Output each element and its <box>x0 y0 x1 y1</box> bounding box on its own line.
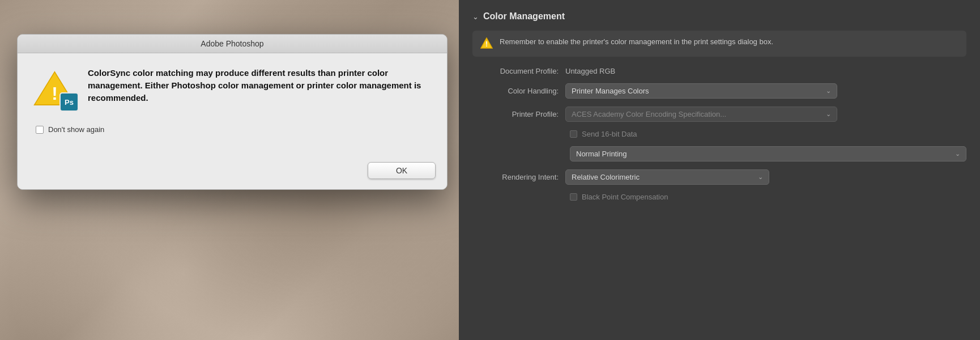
dont-show-label: Don't show again <box>48 125 104 134</box>
dialog-title: Adobe Photoshop <box>201 39 263 48</box>
printer-profile-dropdown-value: ACES Academy Color Encoding Specificatio… <box>572 110 726 118</box>
section-chevron-icon: ⌄ <box>472 12 479 21</box>
svg-text:!: ! <box>485 40 488 48</box>
dialog-content-row: ! Ps ColorSync color matching may produc… <box>33 67 431 112</box>
ps-badge-icon: Ps <box>59 92 79 112</box>
color-handling-dropdown[interactable]: Printer Manages Colors ⌄ <box>565 83 837 99</box>
dialog-footer: OK <box>18 156 447 189</box>
black-point-checkbox[interactable] <box>570 193 577 201</box>
color-handling-label: Color Handling: <box>475 87 565 95</box>
warning-notice: ! Remember to enable the printer's color… <box>472 31 966 57</box>
section-title: Color Management <box>483 11 565 22</box>
normal-printing-chevron-icon: ⌄ <box>955 150 960 158</box>
ok-button[interactable]: OK <box>368 162 436 179</box>
send-16bit-label: Send 16-bit Data <box>582 130 637 138</box>
dont-show-row: Don't show again <box>36 125 431 134</box>
printer-profile-chevron-icon: ⌄ <box>826 110 831 118</box>
color-management-panel: ⌄ Color Management ! Remember to enable … <box>459 0 980 220</box>
black-point-row: Black Point Compensation <box>472 193 966 201</box>
dont-show-checkbox[interactable] <box>36 126 44 134</box>
document-profile-value: Untagged RGB <box>565 67 615 75</box>
photoshop-dialog: Adobe Photoshop ! Ps ColorSync color mat… <box>17 34 448 190</box>
rendering-intent-chevron-icon: ⌄ <box>758 173 763 181</box>
section-header: ⌄ Color Management <box>472 11 966 22</box>
dialog-titlebar: Adobe Photoshop <box>18 35 447 53</box>
dialog-message: ColorSync color matching may produce dif… <box>88 67 431 104</box>
rendering-intent-value: Relative Colorimetric <box>572 173 640 181</box>
color-handling-dropdown-value: Printer Manages Colors <box>572 87 649 95</box>
black-point-label: Black Point Compensation <box>582 193 668 201</box>
background-left: Adobe Photoshop ! Ps ColorSync color mat… <box>0 0 459 340</box>
color-handling-row: Color Handling: Printer Manages Colors ⌄ <box>472 83 966 99</box>
dialog-body: ! Ps ColorSync color matching may produc… <box>18 53 447 156</box>
warning-icon-container: ! Ps <box>33 69 79 112</box>
printer-profile-dropdown[interactable]: ACES Academy Color Encoding Specificatio… <box>565 107 837 122</box>
svg-text:!: ! <box>52 83 58 104</box>
warning-notice-icon: ! <box>480 37 493 51</box>
send-16bit-row: Send 16-bit Data <box>472 130 966 138</box>
printer-profile-label: Printer Profile: <box>475 110 565 118</box>
printer-profile-row: Printer Profile: ACES Academy Color Enco… <box>472 107 966 122</box>
rendering-intent-dropdown[interactable]: Relative Colorimetric ⌄ <box>565 169 769 185</box>
document-profile-row: Document Profile: Untagged RGB <box>472 67 966 75</box>
warning-notice-text: Remember to enable the printer's color m… <box>500 36 773 48</box>
normal-printing-value: Normal Printing <box>576 150 627 158</box>
document-profile-label: Document Profile: <box>475 67 565 75</box>
rendering-intent-row: Rendering Intent: Relative Colorimetric … <box>472 169 966 185</box>
normal-printing-dropdown[interactable]: Normal Printing ⌄ <box>570 146 966 162</box>
color-handling-chevron-icon: ⌄ <box>826 87 831 95</box>
rendering-intent-label: Rendering Intent: <box>475 173 565 181</box>
right-panel: ⌄ Color Management ! Remember to enable … <box>459 0 980 340</box>
normal-printing-row: Normal Printing ⌄ <box>472 146 966 162</box>
send-16bit-checkbox[interactable] <box>570 130 577 138</box>
